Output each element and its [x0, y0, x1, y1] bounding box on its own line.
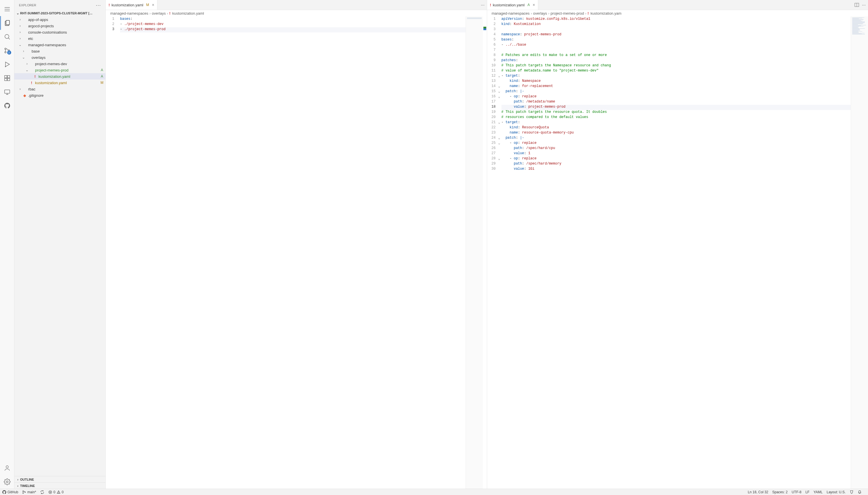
timeline-section[interactable]: › TIMELINE: [14, 482, 105, 489]
status-indent[interactable]: Spaces: 2: [772, 490, 787, 494]
menu-icon[interactable]: [0, 2, 14, 16]
line-number[interactable]: 20: [487, 115, 501, 120]
status-branch[interactable]: main*: [22, 490, 36, 494]
breadcrumb-segment[interactable]: managed-namespaces: [492, 11, 530, 16]
code-line[interactable]: patch: |-: [501, 89, 851, 95]
line-number[interactable]: 29: [487, 161, 501, 167]
line-number[interactable]: 1: [106, 17, 120, 22]
project-section-header[interactable]: ⌄ RHT-SUMMIT-2023-GITOPS-CLUSTER-MGMT […: [14, 10, 105, 16]
tree-item[interactable]: ⌄managed-namespaces: [14, 41, 105, 48]
code-line[interactable]: value: 1Gi: [501, 167, 851, 172]
remote-icon[interactable]: [0, 85, 14, 99]
fold-icon[interactable]: ⌄: [497, 95, 500, 99]
code-line[interactable]: # This patch targets the Namespace resou…: [501, 64, 851, 69]
breadcrumb[interactable]: managed-namespaces›overlays›!kustomizati…: [106, 10, 487, 16]
status-encoding[interactable]: UTF-8: [792, 490, 801, 494]
line-number[interactable]: 17: [487, 100, 501, 105]
split-editor-icon[interactable]: [854, 3, 859, 7]
line-number[interactable]: 12⌄: [487, 74, 501, 79]
accounts-icon[interactable]: [0, 461, 14, 475]
fold-icon[interactable]: ⌄: [497, 120, 500, 125]
status-eol[interactable]: LF: [805, 490, 810, 494]
tree-item[interactable]: ⌄project-memes-prodA: [14, 67, 105, 73]
explorer-more-icon[interactable]: ⋯: [96, 2, 101, 8]
tab-kustomization-right[interactable]: ! kustomization.yaml A ×: [487, 0, 538, 10]
code-line[interactable]: bases:: [501, 38, 851, 43]
line-number[interactable]: 16⌄: [487, 95, 501, 100]
code-editor-left[interactable]: 123 bases:- ./project-memes-dev- ./proje…: [106, 16, 487, 489]
code-line[interactable]: - target:: [501, 120, 851, 125]
status-cursor[interactable]: Ln 18, Col 32: [748, 490, 768, 494]
code-line[interactable]: path: /spec/hard/memory: [501, 161, 851, 167]
line-number[interactable]: 3: [106, 27, 120, 32]
line-number[interactable]: 2: [487, 22, 501, 27]
code-line[interactable]: name: resource-quota-memory-cpu: [501, 131, 851, 136]
code-line[interactable]: - op: replace: [501, 95, 851, 100]
code-line[interactable]: - ./project-memes-dev: [120, 22, 465, 27]
code-line[interactable]: kind: ResourceQuota: [501, 125, 851, 131]
minimap[interactable]: [465, 16, 483, 489]
line-number[interactable]: 11: [487, 69, 501, 74]
editor-more-icon[interactable]: ⋯: [481, 3, 484, 7]
line-number[interactable]: 23: [487, 131, 501, 136]
line-number[interactable]: 15⌄: [487, 89, 501, 95]
line-number[interactable]: 21⌄: [487, 120, 501, 125]
code-line[interactable]: - op: replace: [501, 156, 851, 161]
fold-icon[interactable]: ⌄: [497, 156, 500, 161]
line-number[interactable]: 27: [487, 151, 501, 156]
breadcrumb-segment[interactable]: kustomization.yaml: [172, 11, 204, 16]
code-line[interactable]: path: /metadata/name: [501, 100, 851, 105]
outline-section[interactable]: › OUTLINE: [14, 476, 105, 482]
code-line[interactable]: - ../../base: [501, 43, 851, 48]
code-editor-right[interactable]: 123456789101112⌄1314⌄15⌄16⌄1718192021⌄22…: [487, 16, 868, 489]
breadcrumb-segment[interactable]: managed-namespaces: [110, 11, 148, 16]
line-number[interactable]: 10: [487, 64, 501, 69]
tree-item[interactable]: !kustomization.yamlA: [14, 73, 105, 80]
code-line[interactable]: value: project-memes-prod: [501, 105, 851, 110]
code-line[interactable]: kind: Kustomization: [501, 22, 851, 27]
code-line[interactable]: bases:: [120, 17, 465, 22]
code-line[interactable]: # resources compared to the default valu…: [501, 115, 851, 120]
line-number[interactable]: 7: [487, 48, 501, 53]
status-problems[interactable]: 0 0: [48, 490, 64, 494]
editor-more-icon[interactable]: ⋯: [862, 3, 866, 7]
status-bell-icon[interactable]: [858, 490, 862, 494]
fold-icon[interactable]: ⌄: [497, 84, 500, 88]
close-icon[interactable]: ×: [152, 3, 154, 7]
line-number[interactable]: 19: [487, 110, 501, 115]
code-line[interactable]: apiVersion: kustomize.config.k8s.io/v1be…: [501, 17, 851, 22]
tree-item[interactable]: ›app-of-apps: [14, 16, 105, 23]
code-line[interactable]: # This patch targets the resource quota.…: [501, 110, 851, 115]
line-number[interactable]: 8: [487, 53, 501, 58]
tree-item[interactable]: ›base: [14, 48, 105, 54]
tree-item[interactable]: !kustomization.yamlM: [14, 80, 105, 86]
run-debug-icon[interactable]: [0, 57, 14, 71]
code-line[interactable]: - target:: [501, 74, 851, 79]
status-sync[interactable]: [40, 490, 44, 494]
line-number[interactable]: 24⌄: [487, 136, 501, 141]
code-line[interactable]: # value of metadata.name to "project-mem…: [501, 69, 851, 74]
code-line[interactable]: # Patches are edits to make to a set of …: [501, 53, 851, 58]
code-line[interactable]: - ./project-memes-prod: [120, 27, 465, 32]
tree-item[interactable]: ›rbac: [14, 86, 105, 92]
extensions-icon[interactable]: [0, 71, 14, 85]
code-line[interactable]: patch: |-: [501, 136, 851, 141]
explorer-icon[interactable]: [0, 16, 14, 30]
status-github[interactable]: GitHub: [2, 490, 18, 494]
line-number[interactable]: 4: [487, 32, 501, 38]
breadcrumb-segment[interactable]: kustomization.yam: [591, 11, 622, 16]
line-number[interactable]: 1: [487, 17, 501, 22]
tree-item[interactable]: ›console-customisations: [14, 29, 105, 35]
tab-kustomization-left[interactable]: ! kustomization.yaml M ×: [106, 0, 157, 10]
line-number[interactable]: 5: [487, 38, 501, 43]
line-number[interactable]: 25⌄: [487, 141, 501, 146]
code-line[interactable]: value: 1: [501, 151, 851, 156]
line-number[interactable]: 6: [487, 43, 501, 48]
code-line[interactable]: [501, 27, 851, 32]
code-line[interactable]: kind: Namespace: [501, 79, 851, 84]
tree-item[interactable]: ›etc: [14, 35, 105, 41]
code-line[interactable]: path: /spec/hard/cpu: [501, 146, 851, 151]
fold-icon[interactable]: ⌄: [497, 89, 500, 93]
tree-item[interactable]: ⌄overlays: [14, 54, 105, 61]
fold-icon[interactable]: ⌄: [497, 136, 500, 140]
